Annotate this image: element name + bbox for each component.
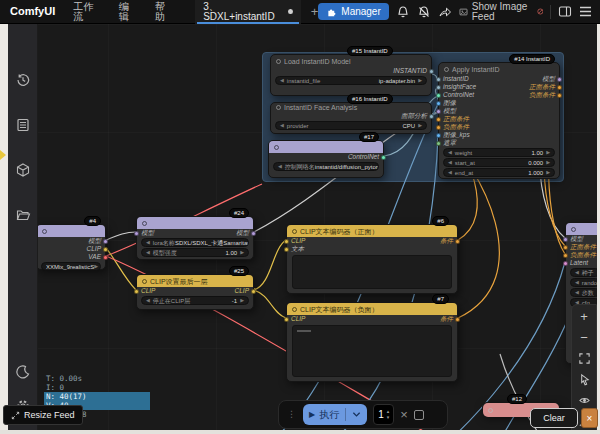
input-slot[interactable]: ControlNet: [443, 92, 474, 99]
widget-increment-icon[interactable]: ▶: [240, 250, 244, 255]
input-slot[interactable]: CLIP: [141, 288, 155, 295]
output-slot[interactable]: 模型: [542, 76, 555, 83]
slot-dot[interactable]: [436, 125, 441, 130]
input-slot[interactable]: CLIP: [291, 316, 305, 323]
slot-dot[interactable]: [455, 317, 460, 322]
node-title[interactable]: Apply InstantID: [439, 63, 559, 75]
slot-dot[interactable]: [557, 85, 562, 90]
collapse-dot-icon[interactable]: [444, 67, 449, 72]
widget-increment-icon[interactable]: ▶: [546, 160, 550, 165]
slot-dot[interactable]: [436, 101, 441, 106]
node-instantid-face-analysis[interactable]: #16 InstantID InstantID Face Analysis 面部…: [270, 102, 432, 134]
slot-dot[interactable]: [436, 77, 441, 82]
weight-widget[interactable]: ◀weight1.00▶: [443, 148, 555, 157]
collapse-dot-icon[interactable]: [274, 145, 279, 150]
node-title[interactable]: [37, 225, 105, 237]
output-slot[interactable]: 条件: [440, 238, 453, 245]
collapse-dot-icon[interactable]: [276, 105, 281, 110]
widget-decrement-icon[interactable]: ◀: [448, 170, 452, 175]
node-clip-text-encode-negative[interactable]: #7 CLIP文本编码器（负面） CLIP 条件: [286, 302, 458, 382]
slot-dot[interactable]: [284, 239, 289, 244]
node-title[interactable]: InstantID Face Analysis: [271, 103, 431, 112]
node-lora-loader[interactable]: #24 模型 模型 ◀lora名称SDXL/SDXL_卡通Samaritan_M…: [136, 216, 254, 260]
slot-dot[interactable]: [436, 85, 441, 90]
node-apply-instantid[interactable]: #14 InstantID Apply InstantID instantID …: [438, 62, 560, 179]
provider-widget[interactable]: ◀providerCPU▶: [275, 121, 427, 130]
input-slot[interactable]: insightFace: [443, 84, 476, 91]
ckpt-name-widget[interactable]: XXMix_9realisticS▶: [41, 262, 101, 271]
widget-increment-icon[interactable]: ▶: [418, 78, 422, 83]
input-slot[interactable]: 模型: [141, 230, 154, 237]
input-slot[interactable]: 模型: [570, 236, 583, 243]
output-slot[interactable]: 负面条件: [529, 92, 555, 99]
slot-dot[interactable]: [563, 237, 568, 242]
input-slot[interactable]: 负面条件: [570, 252, 596, 259]
slot-dot[interactable]: [284, 247, 289, 252]
stop-button[interactable]: [414, 410, 424, 420]
input-slot[interactable]: 遮罩: [443, 140, 456, 147]
widget-increment-icon[interactable]: ▶: [240, 298, 244, 303]
node-title[interactable]: CLIP设置最后一层: [137, 275, 253, 287]
node-library-icon[interactable]: [15, 117, 31, 133]
start-at-widget[interactable]: ◀start_at0.000▶: [443, 158, 555, 167]
widget-decrement-icon[interactable]: ◀: [280, 123, 284, 128]
toggle-link-visibility-button[interactable]: [575, 392, 593, 409]
manager-button[interactable]: Manager: [318, 3, 388, 20]
slot-dot[interactable]: [436, 133, 441, 138]
output-slot[interactable]: 模型: [236, 230, 249, 237]
fit-view-button[interactable]: [575, 350, 593, 367]
output-slot[interactable]: CLIP: [235, 288, 249, 295]
widget-decrement-icon[interactable]: ◀: [575, 290, 579, 295]
collapse-dot-icon[interactable]: [571, 227, 576, 232]
slot-dot[interactable]: [251, 289, 256, 294]
node-title[interactable]: CLIP文本编码器（负面）: [287, 303, 457, 315]
lora-name-widget[interactable]: ◀lora名称SDXL/SDXL_卡通Samaritan_M▶: [141, 238, 249, 247]
control-after-generate-widget[interactable]: ◀random_a: [570, 278, 600, 287]
output-slot[interactable]: VAE: [88, 254, 101, 261]
slot-dot[interactable]: [134, 231, 139, 236]
slot-dot[interactable]: [381, 155, 386, 160]
node-title[interactable]: [269, 141, 383, 153]
input-slot[interactable]: 图像_kps: [443, 132, 470, 139]
node-title[interactable]: [566, 223, 600, 235]
widget-increment-icon[interactable]: ▶: [546, 170, 550, 175]
slot-dot[interactable]: [436, 93, 441, 98]
seed-widget[interactable]: ◀种子: [570, 268, 600, 277]
input-slot[interactable]: CLIP: [291, 238, 305, 245]
input-slot[interactable]: 负面条件: [443, 124, 469, 131]
slot-dot[interactable]: [455, 239, 460, 244]
output-slot[interactable]: ControlNet: [348, 154, 379, 161]
input-slot[interactable]: 文本: [291, 246, 304, 253]
run-button[interactable]: ▶ 执行: [303, 404, 367, 425]
collapse-dot-icon[interactable]: [276, 59, 281, 64]
workflow-tab[interactable]: 3、SDXL+instantID: [195, 0, 301, 24]
collapse-dot-icon[interactable]: [142, 221, 147, 226]
drag-handle-icon[interactable]: ⋮: [287, 410, 297, 419]
widget-increment-icon[interactable]: ▶: [94, 264, 98, 269]
input-slot[interactable]: 正面条件: [443, 116, 469, 123]
node-load-controlnet[interactable]: #17 ControlNet ◀控制网络名instantid/diffusion…: [268, 140, 384, 178]
menu-edit[interactable]: 编辑: [119, 2, 137, 22]
node-load-checkpoint[interactable]: #4 模型 CLIP VAE XXMix_9realisticS▶: [36, 224, 106, 270]
input-slot[interactable]: 图像: [443, 100, 456, 107]
slot-dot[interactable]: [436, 109, 441, 114]
node-load-instantid-model[interactable]: #15 InstantID Load InstantID Model INSTA…: [270, 54, 432, 96]
model-library-icon[interactable]: [15, 162, 31, 178]
cancel-queue-button[interactable]: ×: [400, 407, 408, 422]
output-slot[interactable]: 模型: [88, 238, 101, 245]
steps-widget[interactable]: ◀步数: [570, 288, 600, 297]
slot-dot[interactable]: [284, 317, 289, 322]
collapse-dot-icon[interactable]: [292, 229, 297, 234]
share-button[interactable]: [438, 5, 452, 19]
node-clip-set-last-layer[interactable]: #25 CLIP设置最后一层 CLIP CLIP ◀停止在CLIP层-1▶: [136, 274, 254, 310]
prompt-textarea[interactable]: [292, 325, 452, 377]
slot-dot[interactable]: [563, 253, 568, 258]
node-clip-text-encode-positive[interactable]: #6 CLIP文本编码器（正面） CLIP 条件 文本: [286, 224, 458, 294]
slot-dot[interactable]: [103, 239, 108, 244]
workflows-folder-icon[interactable]: [15, 207, 31, 223]
clear-button[interactable]: Clear: [530, 408, 578, 428]
main-menu-button[interactable]: [579, 6, 592, 17]
slot-dot[interactable]: [251, 231, 256, 236]
widget-decrement-icon[interactable]: ◀: [575, 280, 579, 285]
zoom-in-button[interactable]: +: [575, 308, 593, 325]
